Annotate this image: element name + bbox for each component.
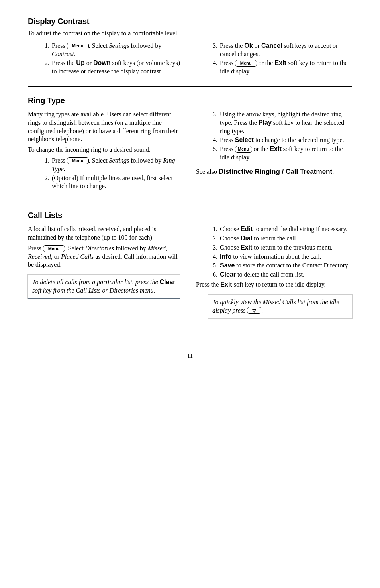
body-text: Press the Exit soft key to return to the… xyxy=(196,281,352,289)
clear-softkey-label: Clear xyxy=(160,279,176,285)
intro-text: To change the incoming ring to a desired… xyxy=(28,146,184,154)
edit-softkey-label: Edit xyxy=(241,226,253,232)
menu-icon: Menu xyxy=(67,43,89,49)
intro-text: Many ring types are available. Users can… xyxy=(28,110,184,144)
up-softkey-label: Up xyxy=(76,59,84,66)
menu-icon: Menu xyxy=(235,146,252,153)
list-item: (Optional) If multiple lines are used, f… xyxy=(51,174,184,191)
list-item: Using the arrow keys, highlight the desi… xyxy=(219,110,352,135)
menu-icon: Menu xyxy=(43,245,65,252)
cancel-softkey-label: Cancel xyxy=(261,42,282,49)
tip-box: To quickly view the Missed Calls list fr… xyxy=(208,295,352,319)
select-softkey-label: Select xyxy=(235,136,254,143)
heading-display-contrast: Display Contrast xyxy=(28,16,352,26)
down-softkey-label: Down xyxy=(93,59,111,66)
list-item: Info to view information about the call. xyxy=(219,253,352,261)
menu-icon: Menu xyxy=(235,60,257,67)
list-item: Clear to delete the call from list. xyxy=(219,271,352,279)
section-ring-type: Ring Type Many ring types are available.… xyxy=(28,95,352,191)
list-item: Save to store the contact to the Contact… xyxy=(219,262,352,270)
info-softkey-label: Info xyxy=(220,253,231,260)
list-item: Press Select to change to the selected r… xyxy=(219,136,352,144)
list-item: Press Menu. Select Settings followed by … xyxy=(51,157,184,173)
exit-softkey-label: Exit xyxy=(270,146,281,152)
body-text: Press Menu. Select Directories followed … xyxy=(28,244,184,269)
list-item: Press the Ok or Cancel soft keys to acce… xyxy=(219,42,352,59)
page-number: 11 xyxy=(187,352,193,359)
heading-call-lists: Call Lists xyxy=(28,210,352,220)
clear-softkey-label: Clear xyxy=(220,271,236,278)
heading-ring-type: Ring Type xyxy=(28,95,352,106)
down-arrow-icon xyxy=(247,307,261,314)
divider xyxy=(28,201,352,201)
intro-text: A local list of calls missed, received, … xyxy=(28,225,184,242)
divider xyxy=(28,86,352,87)
play-softkey-label: Play xyxy=(259,119,272,126)
exit-softkey-label: Exit xyxy=(220,281,232,288)
exit-softkey-label: Exit xyxy=(274,59,286,66)
menu-icon: Menu xyxy=(67,157,89,164)
list-item: Press Menu. Select Settings followed by … xyxy=(51,42,184,59)
intro-text: To adjust the contrast on the display to… xyxy=(28,29,352,38)
ok-softkey-label: Ok xyxy=(244,42,253,49)
list-item: Choose Exit to return to the previous me… xyxy=(219,244,352,252)
list-item: Choose Dial to return the call. xyxy=(219,234,352,243)
save-softkey-label: Save xyxy=(220,262,235,269)
section-call-lists: Call Lists A local list of calls missed,… xyxy=(28,210,352,318)
exit-softkey-label: Exit xyxy=(241,244,252,251)
dial-softkey-label: Dial xyxy=(241,235,252,242)
page-footer: 11 xyxy=(28,350,352,360)
list-item: Press Menu or the Exit soft key to retur… xyxy=(219,59,352,76)
section-display-contrast: Display Contrast To adjust the contrast … xyxy=(28,16,352,77)
see-also: See also Distinctive Ringing / Call Trea… xyxy=(196,167,352,176)
list-item: Press Menu or the Exit soft key to retur… xyxy=(219,145,352,162)
list-item: Press the Up or Down soft keys (or volum… xyxy=(51,59,184,76)
list-item: Choose Edit to amend the dial string if … xyxy=(219,225,352,234)
tip-box: To delete all calls from a particular li… xyxy=(28,275,180,299)
